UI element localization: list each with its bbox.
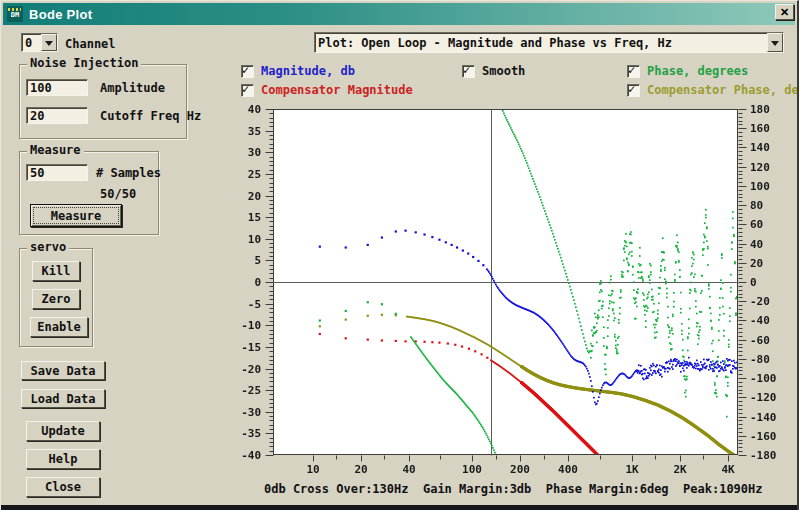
check-icon: ✓	[242, 63, 249, 77]
load-data-button[interactable]: Load Data	[21, 389, 105, 408]
amplitude-field[interactable]	[26, 79, 88, 96]
magnitude-checkbox[interactable]: ✓	[241, 65, 254, 78]
samples-label: # Samples	[96, 166, 161, 180]
comp-magnitude-checkbox-row: ✓ Compensator Magnitude	[241, 83, 413, 97]
channel-select[interactable]: 0	[21, 33, 58, 52]
window-title: Bode Plot	[29, 7, 92, 22]
check-icon: ✓	[628, 63, 635, 77]
bode-plot-window: DM Bode Plot ✕ 0 Channel Plot: Open Loop…	[0, 0, 799, 510]
comp-phase-checkbox-label: Compensator Phase, deg	[647, 83, 799, 97]
comp-phase-checkbox[interactable]: ✓	[627, 84, 640, 97]
servo-title: servo	[27, 240, 69, 254]
close-button[interactable]: Close	[26, 477, 100, 497]
smooth-checkbox-row: ✓ Smooth	[462, 64, 525, 78]
chevron-down-icon[interactable]	[767, 33, 783, 52]
progress-readout: 50/50	[100, 187, 136, 201]
check-icon: ✓	[242, 82, 249, 96]
cutoff-freq-label: Cutoff Freq Hz	[100, 109, 201, 123]
app-icon: DM	[7, 6, 23, 22]
smooth-checkbox[interactable]: ✓	[462, 65, 475, 78]
smooth-checkbox-label: Smooth	[482, 64, 525, 78]
magnitude-checkbox-label: Magnitude, db	[261, 64, 355, 78]
phase-checkbox-label: Phase, degrees	[647, 64, 748, 78]
chevron-down-icon[interactable]	[41, 34, 57, 51]
amplitude-label: Amplitude	[100, 81, 165, 95]
measure-title: Measure	[27, 143, 84, 157]
close-icon[interactable]: ✕	[775, 4, 794, 20]
servo-group: servo Kill Zero Enable	[19, 248, 93, 347]
bode-plot-canvas	[233, 97, 799, 479]
help-button[interactable]: Help	[26, 449, 100, 469]
check-icon: ✓	[628, 82, 635, 96]
cutoff-freq-field[interactable]	[26, 107, 88, 124]
update-button[interactable]: Update	[26, 421, 100, 441]
check-icon: ✓	[463, 63, 470, 77]
kill-button[interactable]: Kill	[32, 261, 80, 281]
channel-value: 0	[22, 35, 41, 51]
measure-group: Measure # Samples 50/50 Measure	[19, 151, 159, 235]
measure-button[interactable]: Measure	[30, 204, 122, 227]
phase-checkbox[interactable]: ✓	[627, 65, 640, 78]
title-bar[interactable]: DM Bode Plot	[3, 3, 795, 25]
comp-phase-checkbox-row: ✓ Compensator Phase, deg	[627, 83, 799, 97]
zero-button[interactable]: Zero	[32, 289, 80, 309]
channel-label: Channel	[65, 37, 116, 51]
samples-field[interactable]	[26, 164, 88, 181]
noise-injection-title: Noise Injection	[27, 56, 141, 70]
window-bottom-border	[1, 505, 797, 510]
comp-magnitude-checkbox-label: Compensator Magnitude	[261, 83, 413, 97]
comp-magnitude-checkbox[interactable]: ✓	[241, 84, 254, 97]
save-data-button[interactable]: Save Data	[21, 361, 105, 380]
noise-injection-group: Noise Injection Amplitude Cutoff Freq Hz	[19, 64, 187, 139]
plot-type-select[interactable]: Plot: Open Loop - Magnitude and Phase vs…	[314, 32, 784, 53]
phase-checkbox-row: ✓ Phase, degrees	[627, 64, 748, 78]
crossover-status-readout: 0db Cross Over:130Hz Gain Margin:3db Pha…	[264, 482, 763, 496]
magnitude-checkbox-row: ✓ Magnitude, db	[241, 64, 355, 78]
enable-button[interactable]: Enable	[30, 317, 88, 337]
plot-type-value: Plot: Open Loop - Magnitude and Phase vs…	[315, 35, 767, 51]
